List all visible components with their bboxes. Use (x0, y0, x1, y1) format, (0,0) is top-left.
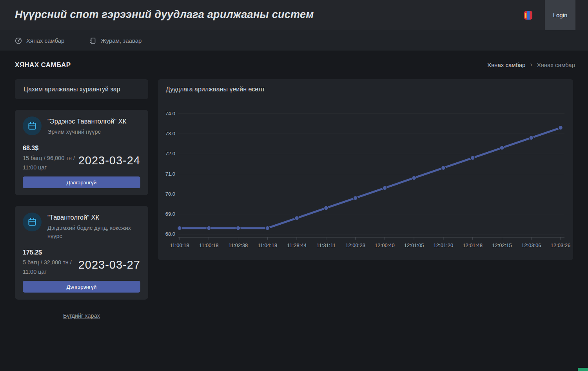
svg-text:12:03:06: 12:03:06 (521, 242, 541, 248)
lot-info: 5 багц / 32,000 тн / (23, 259, 72, 266)
svg-text:11:31:11: 11:31:11 (317, 242, 336, 248)
svg-text:11:28:44: 11:28:44 (287, 242, 307, 248)
svg-text:11:00:18: 11:00:18 (199, 242, 219, 248)
auction-time: 11:00 цаг (23, 269, 72, 275)
announcements-column: Цахим арилжааны хураангуй зар "Эрдэнэс Т… (15, 79, 148, 319)
svg-text:11:04:18: 11:04:18 (258, 242, 277, 248)
calendar-icon (23, 213, 42, 231)
start-price: 175.2$ (23, 249, 72, 256)
svg-text:12:02:15: 12:02:15 (492, 242, 512, 248)
nav-label: Журам, заавар (101, 37, 142, 44)
start-price: 68.3$ (23, 145, 75, 152)
bottom-row: Нийлүүлэлтийн процесс БАЯЖУУЛСАН КОКСЖИХ… (15, 329, 573, 371)
app-root: Нүүрсний спот гэрээний дуудлага арилжаан… (0, 0, 588, 371)
svg-text:69.0: 69.0 (165, 211, 175, 217)
app-header: Нүүрсний спот гэрээний дуудлага арилжаан… (0, 0, 588, 30)
nav-label: Хянах самбар (26, 37, 64, 44)
calendar-icon (23, 116, 42, 135)
chart-title: Дуудлага арилжааны үеийн өсөлт (166, 86, 265, 93)
company-name: "Эрдэнэс Тавантолгой" ХК (47, 116, 126, 125)
svg-text:71.0: 71.0 (165, 171, 175, 177)
svg-text:12:01:20: 12:01:20 (434, 242, 454, 248)
svg-text:73.0: 73.0 (165, 131, 175, 136)
app-title: Нүүрсний спот гэрээний дуудлага арилжаан… (15, 9, 314, 21)
gauge-icon (15, 37, 22, 44)
breadcrumb: Хянах самбар › Хянах самбар (487, 61, 575, 68)
details-button[interactable]: Дэлгэрэнгүй (23, 176, 140, 188)
details-button[interactable]: Дэлгэрэнгүй (23, 281, 140, 293)
svg-text:70.0: 70.0 (165, 191, 175, 197)
auction-time: 11:00 цаг (23, 164, 75, 171)
view-all-link[interactable]: Бүгдийг харах (15, 313, 148, 319)
nav-item-rules[interactable]: Журам, заавар (89, 30, 142, 51)
svg-text:12:03:26: 12:03:26 (551, 242, 571, 248)
lot-info: 15 багц / 96,000 тн / (23, 155, 75, 161)
chart-panel: 68.069.070.071.072.073.074.011:00:1811:0… (158, 79, 573, 260)
login-button[interactable]: Login (545, 0, 575, 30)
svg-text:12:00:40: 12:00:40 (375, 242, 395, 248)
chevron-right-icon: › (530, 61, 532, 68)
auction-date: 2023-03-24 (78, 154, 140, 171)
svg-text:68.0: 68.0 (165, 231, 175, 237)
svg-text:74.0: 74.0 (165, 111, 175, 116)
product-type: Эрчим хүчний нүүрс (47, 128, 126, 136)
book-icon (89, 37, 96, 44)
auction-card: "Эрдэнэс Тавантолгой" ХК Эрчим хүчний нү… (15, 110, 148, 195)
breadcrumb-current: Хянах самбар (537, 62, 575, 68)
product-type: Дэгдэмхий бодис дунд, коксжих нүүрс (47, 224, 140, 240)
auction-chart: 68.069.070.071.072.073.074.011:00:1811:0… (158, 79, 573, 260)
main-nav: Хянах самбар Журам, заавар (0, 30, 588, 51)
announcements-header: Цахим арилжааны хураангуй зар (15, 79, 148, 99)
svg-text:12:01:48: 12:01:48 (463, 242, 483, 248)
svg-text:12:00:23: 12:00:23 (345, 242, 365, 248)
auction-card: "Тавантолгой" ХК Дэгдэмхий бодис дунд, к… (15, 206, 148, 300)
svg-text:11:02:38: 11:02:38 (229, 242, 248, 248)
company-name: "Тавантолгой" ХК (47, 213, 140, 221)
breadcrumb-link[interactable]: Хянах самбар (487, 62, 525, 68)
page-head: ХЯНАХ САМБАР Хянах самбар › Хянах самбар (15, 58, 575, 74)
svg-text:12:01:05: 12:01:05 (404, 242, 424, 248)
auction-date: 2023-03-27 (78, 258, 140, 275)
soyombo-mark (525, 13, 526, 18)
mongolia-flag-icon (524, 11, 532, 20)
svg-text:72.0: 72.0 (165, 151, 175, 156)
floating-action-button[interactable] (578, 368, 588, 371)
svg-text:11:00:18: 11:00:18 (170, 242, 189, 248)
nav-item-dashboard[interactable]: Хянах самбар (15, 30, 64, 51)
